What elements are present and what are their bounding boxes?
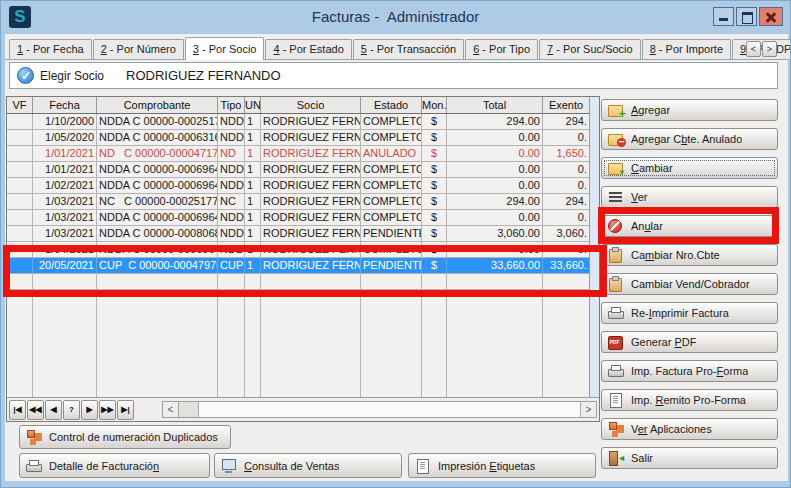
cell-tipo: NDD [218,178,245,193]
cell-fecha: 1/04/2021 [33,242,97,257]
tab-8-por-importe[interactable]: 8 - Por Importe [642,39,731,59]
scroll-right-icon[interactable]: > [580,402,596,417]
cell-tipo: ND [218,146,245,161]
cell-fecha: 1/01/2021 [33,162,97,177]
cell-comprobante: ND C 00000-00004717 [97,146,218,161]
last-record-button[interactable]: ▶| [117,400,134,420]
empty-cell [543,290,590,397]
generar-pdf-button[interactable]: Generar PDF [601,331,778,353]
next-record-button[interactable]: ▶ [81,400,98,420]
tab-3-por-socio[interactable]: 3 - Por Socio [185,37,265,60]
column-header-un[interactable]: UN [245,97,261,113]
button-label: Consulta de Ventas [244,460,339,472]
cambiar-nro-cbte-button[interactable]: Cambiar Nro.Cbte [601,244,778,266]
cell-tipo: NDD [218,242,245,257]
table-row[interactable]: 1/03/2021NC C 00000-00025177NC1RODRIGUEZ… [7,194,589,210]
anular-button[interactable]: Anular [601,215,778,237]
table-row[interactable]: 1/02/2021NDDA C 00000-0006964NDD1RODRIGU… [7,178,589,194]
table-row[interactable]: 1/01/2021ND C 00000-00004717ND1RODRIGUEZ… [7,146,589,162]
empty-cell [7,274,33,290]
re-imprimir-factura-button[interactable]: Re-Imprimir Factura [601,302,778,324]
table-row[interactable]: 1/03/2021NDDA C 00000-0006964NDD1RODRIGU… [7,210,589,226]
horizontal-scrollbar[interactable]: < > [162,401,597,418]
table-row[interactable]: 1/04/2021NDDA C 00000-0006964NDD1RODRIGU… [7,242,589,258]
button-label: Agregar [631,104,670,116]
cell-exento: 33,660. [543,258,590,273]
cubes-icon [608,422,624,436]
close-icon[interactable] [759,7,783,26]
button-label: Agregar Cbte. Anulado [631,133,742,145]
detalle-de-facturaci-n-button[interactable]: Detalle de Facturación [19,453,210,478]
cell-mon: $ [422,210,447,225]
scroll-left-icon[interactable]: < [163,402,179,417]
table-row[interactable]: 1/01/2021NDDA C 00000-0006964NDD1RODRIGU… [7,162,589,178]
column-header-fecha[interactable]: Fecha [33,97,97,113]
tab-2-por-n-mero[interactable]: 2 - Por Número [93,39,184,59]
ver-aplicaciones-button[interactable]: Ver Aplicaciones [601,418,778,440]
cell-total: 0.00 [447,178,543,193]
cambiar-button[interactable]: Cambiar [601,157,778,179]
button-label: Impresión Etiquetas [438,460,535,472]
tab-scroll-right-button[interactable]: > [762,41,777,57]
button-label: Re-Imprimir Factura [631,307,729,319]
cell-vf [7,210,33,225]
empty-cell [245,290,261,397]
consulta-de-ventas-button[interactable]: Consulta de Ventas [214,453,402,478]
maximize-icon[interactable] [736,7,757,26]
control-de-numeraci-n-duplicados-button[interactable]: Control de numeración Duplicados [19,425,231,449]
tab-1-por-fecha[interactable]: 1 - Por Fecha [9,39,92,59]
tab-6-por-tipo[interactable]: 6 - Por Tipo [465,39,538,59]
button-label: Salir [631,452,653,464]
cell-mon: $ [422,130,447,145]
cambiar-vend-cobrador-button[interactable]: Cambiar Vend/Cobrador [601,273,778,295]
doc-icon [415,459,431,473]
salir-button[interactable]: Salir [601,447,778,469]
column-header-tipo[interactable]: Tipo [218,97,245,113]
prev-record-button[interactable]: ◀ [45,400,62,420]
first-record-button[interactable]: |◀ [9,400,26,420]
button-label: Detalle de Facturación [49,460,159,472]
column-header-comprobante[interactable]: Comprobante [97,97,218,113]
table-row[interactable]: 20/05/2021CUP C 00000-00047970CUP1RODRIG… [7,258,589,274]
tab-5-por-transacci-n[interactable]: 5 - Por Transacción [353,39,464,59]
exit-icon [608,451,624,465]
cell-comprobante: NDDA C 00000-0002517 [97,114,218,129]
table-row[interactable]: 1/10/2000NDDA C 00000-0002517NDD1RODRIGU… [7,114,589,130]
table-row[interactable]: 1/05/2020NDDA C 00000-0006316NDD1RODRIGU… [7,130,589,146]
cell-tipo: NC [218,194,245,209]
column-header-vf[interactable]: VF [7,97,33,113]
column-header-total[interactable]: Total [447,97,543,113]
grid-area: VFFechaComprobanteTipoUNSocioEstadoMon.T… [7,97,590,398]
column-header-mon[interactable]: Mon. [422,97,447,113]
help-button[interactable]: ? [63,400,80,420]
impresi-n-etiquetas-button[interactable]: Impresión Etiquetas [408,453,596,478]
column-header-socio[interactable]: Socio [261,97,361,113]
column-header-estado[interactable]: Estado [361,97,422,113]
tab-7-por-suc-socio[interactable]: 7 - Por Suc/Socio [539,39,641,59]
ver-button[interactable]: Ver [601,186,778,208]
scrollbar-track[interactable] [199,402,580,417]
fast-back-button[interactable]: ◀◀ [27,400,44,420]
empty-cell [97,274,218,290]
empty-cell [447,274,543,290]
cell-fecha: 1/03/2021 [33,194,97,209]
cell-estado: COMPLETO [361,162,422,177]
imp-remito-pro-forma-button[interactable]: Imp. Remito Pro-Forma [601,389,778,411]
table-row[interactable]: 1/03/2021NDDA C 00000-0008068NDD1RODRIGU… [7,226,589,242]
tab-scroll-left-button[interactable]: < [746,41,761,57]
imp-factura-pro-forma-button[interactable]: Imp. Factura Pro-Forma [601,360,778,382]
cell-socio: RODRIGUEZ FERNAN [261,210,361,225]
tab-4-por-estado[interactable]: 4 - Por Estado [265,39,351,59]
footer-top-button-area: Control de numeración Duplicados [19,425,231,449]
cell-un: 1 [245,194,261,209]
agregar-button[interactable]: Agregar [601,99,778,121]
elegir-socio-link[interactable]: Elegir Socio [40,69,104,83]
scrollbar-thumb[interactable] [179,402,199,417]
minimize-icon[interactable] [713,7,734,26]
fast-forward-button[interactable]: ▶▶ [99,400,116,420]
agregar-cbte-anulado-button[interactable]: Agregar Cbte. Anulado [601,128,778,150]
cell-exento: 1,650. [543,146,590,161]
vertical-scrollbar-area[interactable] [590,97,599,398]
column-header-exento[interactable]: Exento [543,97,590,113]
grid-empty-row [7,274,589,290]
